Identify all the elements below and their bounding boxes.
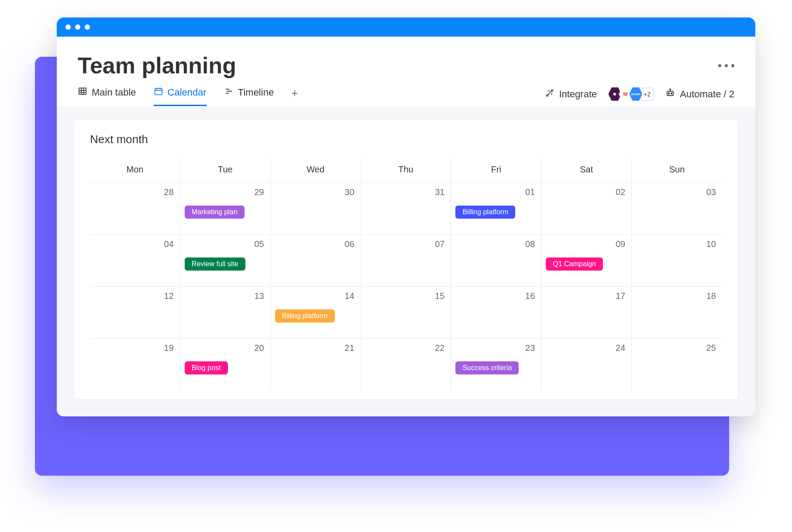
calendar-day-cell[interactable]: 08 xyxy=(451,235,541,286)
calendar-event[interactable]: Billing platform xyxy=(275,309,335,323)
day-number: 29 xyxy=(254,187,264,197)
more-menu-button[interactable] xyxy=(718,64,734,67)
calendar-day-cell[interactable]: 14Billing platform xyxy=(271,287,361,338)
window-dot xyxy=(85,24,90,30)
calendar-weekday-header: MonTueWedThuFriSatSun xyxy=(90,158,722,182)
calendar-day-cell[interactable]: 25 xyxy=(632,339,722,390)
day-number: 09 xyxy=(616,239,625,249)
calendar-day-cell[interactable]: 23Success criteria xyxy=(451,339,541,390)
calendar-week-row: 0405Review full site06070809Q1 Campaign1… xyxy=(90,234,722,286)
tab-label: Main table xyxy=(92,87,136,98)
day-number: 02 xyxy=(616,187,625,197)
weekday-label: Fri xyxy=(451,158,541,182)
svg-point-12 xyxy=(547,94,548,96)
automate-label: Automate / 2 xyxy=(680,89,734,100)
day-number: 15 xyxy=(435,291,444,301)
calendar-title: Next month xyxy=(90,133,722,146)
weekday-label: Sun xyxy=(632,158,722,182)
calendar-day-cell[interactable]: 05Review full site xyxy=(180,235,271,286)
window-dot xyxy=(75,24,80,30)
integration-more-count[interactable]: +2 xyxy=(640,88,654,101)
day-number: 06 xyxy=(344,239,354,249)
day-number: 04 xyxy=(164,239,174,249)
svg-rect-5 xyxy=(155,89,162,95)
integrate-label: Integrate xyxy=(559,89,597,100)
calendar-day-cell[interactable]: 02 xyxy=(541,183,632,234)
day-number: 16 xyxy=(525,291,535,301)
content-area: Next month MonTueWedThuFriSatSun 2829Mar… xyxy=(57,106,755,416)
integration-zoom-icon: zoom xyxy=(629,87,642,102)
add-view-button[interactable]: + xyxy=(291,86,298,106)
svg-point-18 xyxy=(670,89,671,89)
calendar-day-cell[interactable]: 24 xyxy=(541,339,632,390)
day-number: 23 xyxy=(525,343,535,353)
day-number: 19 xyxy=(164,343,174,353)
svg-point-16 xyxy=(671,93,672,94)
day-number: 13 xyxy=(254,291,264,301)
calendar-day-cell[interactable]: 04 xyxy=(90,235,180,286)
view-tabs: Main table Calendar xyxy=(57,79,755,106)
weekday-label: Tue xyxy=(180,158,271,182)
calendar-day-cell[interactable]: 18 xyxy=(632,287,722,338)
svg-point-13 xyxy=(551,89,553,91)
calendar-event[interactable]: Marketing plan xyxy=(185,206,244,219)
calendar-day-cell[interactable]: 20Blog post xyxy=(180,339,271,390)
table-icon xyxy=(78,86,87,99)
day-number: 12 xyxy=(164,291,174,301)
calendar-day-cell[interactable]: 31 xyxy=(361,183,451,234)
calendar-event[interactable]: Review full site xyxy=(185,257,245,271)
day-number: 18 xyxy=(706,291,716,301)
robot-icon xyxy=(665,88,675,101)
calendar-day-cell[interactable]: 09Q1 Campaign xyxy=(541,235,632,286)
weekday-label: Mon xyxy=(90,158,180,182)
calendar-day-cell[interactable]: 22 xyxy=(361,339,451,390)
integrate-button[interactable]: Integrate xyxy=(545,88,597,100)
day-number: 10 xyxy=(706,239,716,249)
day-number: 03 xyxy=(706,187,716,197)
calendar-day-cell[interactable]: 15 xyxy=(361,287,451,338)
day-number: 17 xyxy=(616,291,625,301)
calendar-day-cell[interactable]: 01Billing platform xyxy=(451,183,541,234)
day-number: 07 xyxy=(435,239,444,249)
calendar-day-cell[interactable]: 30 xyxy=(271,183,361,234)
day-number: 30 xyxy=(344,187,354,197)
automate-button[interactable]: Automate / 2 xyxy=(665,88,734,101)
calendar-event[interactable]: Billing platform xyxy=(455,206,515,219)
calendar-day-cell[interactable]: 17 xyxy=(541,287,632,338)
browser-window: Team planning xyxy=(57,17,755,416)
day-number: 08 xyxy=(525,239,535,249)
calendar-day-cell[interactable]: 06 xyxy=(271,235,361,286)
calendar-day-cell[interactable]: 03 xyxy=(632,183,722,234)
tab-label: Timeline xyxy=(238,87,274,98)
calendar-week-row: 1920Blog post212223Success criteria2425 xyxy=(90,338,722,390)
weekday-label: Sat xyxy=(541,158,632,182)
day-number: 31 xyxy=(435,187,444,197)
calendar-day-cell[interactable]: 29Marketing plan xyxy=(180,183,271,234)
svg-point-15 xyxy=(668,93,670,94)
integration-avatars[interactable]: ✱ M zoom +2 xyxy=(608,87,654,102)
calendar-event[interactable]: Q1 Campaign xyxy=(546,257,603,271)
day-number: 22 xyxy=(435,343,444,353)
calendar-day-cell[interactable]: 13 xyxy=(180,287,271,338)
calendar-day-cell[interactable]: 07 xyxy=(361,235,451,286)
day-number: 05 xyxy=(254,239,264,249)
calendar-event[interactable]: Blog post xyxy=(185,361,228,374)
calendar-event[interactable]: Success criteria xyxy=(455,361,519,374)
day-number: 25 xyxy=(706,343,716,353)
calendar-day-cell[interactable]: 28 xyxy=(90,183,180,234)
day-number: 20 xyxy=(254,343,264,353)
tab-calendar[interactable]: Calendar xyxy=(154,86,207,106)
integrate-icon xyxy=(545,88,554,100)
calendar-day-cell[interactable]: 19 xyxy=(90,339,180,390)
tab-label: Calendar xyxy=(168,87,207,98)
tab-main-table[interactable]: Main table xyxy=(78,86,136,106)
window-titlebar xyxy=(57,17,755,37)
calendar-icon xyxy=(154,86,163,99)
calendar-day-cell[interactable]: 16 xyxy=(451,287,541,338)
calendar-day-cell[interactable]: 10 xyxy=(632,235,722,286)
calendar-day-cell[interactable]: 21 xyxy=(271,339,361,390)
weekday-label: Wed xyxy=(271,158,361,182)
calendar-day-cell[interactable]: 12 xyxy=(90,287,180,338)
tab-timeline[interactable]: Timeline xyxy=(224,86,274,106)
day-number: 24 xyxy=(616,343,625,353)
